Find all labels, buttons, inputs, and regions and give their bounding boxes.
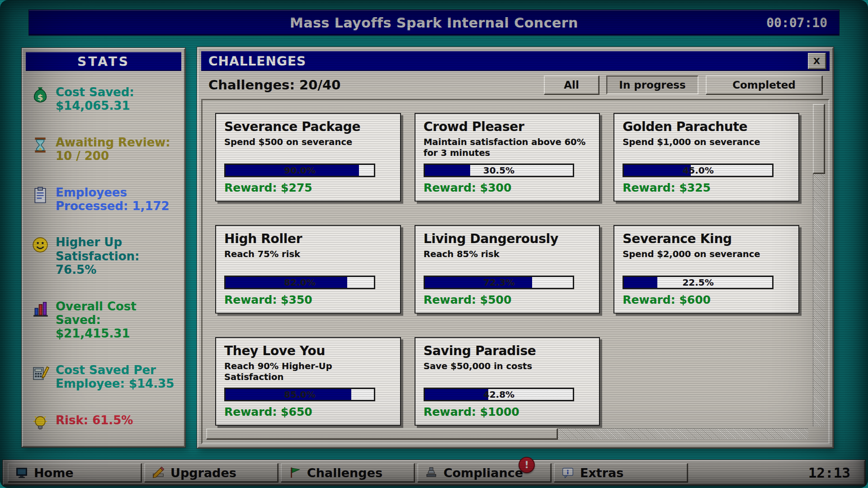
challenge-title: Golden Parachute xyxy=(623,119,790,134)
challenge-progress-label: 72.3% xyxy=(425,277,573,288)
horizontal-scrollbar[interactable] xyxy=(206,428,808,439)
bar-chart-icon xyxy=(31,300,50,318)
stat-cost-saved-per-employee: Cost Saved Per Employee: $14.35 xyxy=(31,363,177,391)
challenge-card: Severance Package Spend $500 on severanc… xyxy=(215,113,401,202)
challenge-reward: Reward: $650 xyxy=(224,405,392,418)
clipboard-icon xyxy=(31,186,50,204)
smiley-icon xyxy=(31,236,50,254)
game-screen: Mass Layoffs Spark Internal Concern 00:0… xyxy=(0,0,868,488)
challenges-titlebar[interactable]: CHALLENGES X xyxy=(201,51,830,71)
challenge-progress-label: 90.0% xyxy=(226,165,374,176)
stat-text: Awaiting Review: 10 / 200 xyxy=(56,136,177,163)
challenge-progress-label: 82.0% xyxy=(226,277,374,288)
vertical-scrollbar[interactable] xyxy=(813,104,825,427)
stat-text: Cost Saved Per Employee: $14.35 xyxy=(56,363,177,391)
money-bag-icon: $ xyxy=(31,86,50,104)
home-icon xyxy=(15,466,28,479)
stat-text: Overall Cost Saved: $21,415.31 xyxy=(56,300,177,341)
stat-text: Risk: 61.5% xyxy=(56,413,133,427)
challenge-description: Spend $500 on severance xyxy=(224,137,392,164)
challenges-content: Severance Package Spend $500 on severanc… xyxy=(201,99,830,444)
challenges-counter: Challenges: 20/40 xyxy=(208,77,340,93)
challenge-progress-bar: 30.5% xyxy=(424,164,575,177)
challenge-title: Crowd Pleaser xyxy=(424,119,591,134)
stat-text: Employees Processed: 1,172 xyxy=(56,186,177,213)
challenge-progress-bar: 42.8% xyxy=(424,388,575,401)
challenges-header: Challenges: 20/40 All In progress Comple… xyxy=(201,71,830,99)
challenge-description: Spend $1,000 on severance xyxy=(623,137,790,164)
stat-higher-up-satisfaction: Higher Up Satisfaction: 76.5% xyxy=(31,235,177,277)
challenge-title: Saving Paradise xyxy=(424,343,591,358)
taskbar-clock: 12:13 xyxy=(808,465,860,481)
challenge-progress-bar: 90.0% xyxy=(224,164,375,177)
challenges-icon xyxy=(288,466,302,479)
challenges-window-title: CHALLENGES xyxy=(208,54,306,69)
challenge-progress-label: 30.5% xyxy=(425,165,573,176)
challenge-progress-label: 42.8% xyxy=(425,389,573,400)
taskbar-button-label: Home xyxy=(34,466,74,480)
taskbar-button-compliance[interactable]: Compliance ! xyxy=(417,463,551,482)
challenge-title: High Roller xyxy=(224,231,392,246)
challenge-reward: Reward: $600 xyxy=(623,293,790,306)
svg-text:$: $ xyxy=(38,93,43,102)
compliance-icon xyxy=(425,466,438,479)
vertical-scrollbar-thumb[interactable] xyxy=(813,104,825,174)
challenge-reward: Reward: $300 xyxy=(424,181,591,194)
challenge-description: Reach 85% risk xyxy=(424,249,591,276)
taskbar-button-upgrades[interactable]: Upgrades xyxy=(144,463,278,482)
calculator-icon xyxy=(31,364,50,382)
stats-panel: STATS $ Cost Saved: $14,065.31 Awaiting … xyxy=(22,48,185,447)
challenge-reward: Reward: $1000 xyxy=(424,405,591,418)
challenge-progress-bar: 22.5% xyxy=(623,276,774,289)
news-headline-bar: Mass Layoffs Spark Internal Concern 00:0… xyxy=(29,10,839,35)
taskbar-button-challenges[interactable]: Challenges xyxy=(281,463,415,482)
challenge-title: Severance Package xyxy=(224,119,392,134)
challenge-progress-bar: 72.3% xyxy=(424,276,575,289)
challenge-progress-label: 85.0% xyxy=(226,389,374,400)
stat-awaiting-review: Awaiting Review: 10 / 200 xyxy=(31,136,177,163)
extras-icon xyxy=(561,466,575,479)
challenge-title: Severance King xyxy=(623,231,790,246)
close-button[interactable]: X xyxy=(808,53,826,69)
warning-bulb-icon xyxy=(31,414,50,432)
challenge-progress-bar: 45.0% xyxy=(623,164,774,177)
challenge-title: Living Dangerously xyxy=(424,231,591,246)
challenge-card: Crowd Pleaser Maintain satisfaction abov… xyxy=(415,113,600,202)
upgrades-icon xyxy=(151,466,165,479)
stats-list: $ Cost Saved: $14,065.31 Awaiting Review… xyxy=(26,71,181,436)
challenge-progress-label: 45.0% xyxy=(624,165,772,176)
challenge-progress-label: 22.5% xyxy=(624,277,772,288)
horizontal-scrollbar-thumb[interactable] xyxy=(206,428,557,439)
challenge-card: They Love You Reach 90% Higher-Up Satisf… xyxy=(215,337,401,426)
challenge-description: Reach 75% risk xyxy=(224,249,392,276)
challenge-card: Saving Paradise Save $50,000 in costs 42… xyxy=(415,337,600,426)
challenge-title: They Love You xyxy=(224,343,392,358)
stat-overall-cost-saved: Overall Cost Saved: $21,415.31 xyxy=(31,300,177,341)
challenge-card: Golden Parachute Spend $1,000 on severan… xyxy=(613,113,799,202)
filter-all-button[interactable]: All xyxy=(544,75,599,94)
challenge-description: Reach 90% Higher-Up Satisfaction xyxy=(224,361,392,388)
challenge-reward: Reward: $325 xyxy=(623,181,790,194)
challenge-reward: Reward: $275 xyxy=(224,181,392,194)
challenge-description: Spend $2,000 on severance xyxy=(623,249,790,276)
taskbar-button-home[interactable]: Home xyxy=(8,463,142,482)
challenge-description: Maintain satisfaction above 60% for 3 mi… xyxy=(424,137,591,164)
challenges-window: CHALLENGES X Challenges: 20/40 All In pr… xyxy=(197,47,834,448)
taskbar-button-extras[interactable]: Extras xyxy=(554,463,688,482)
taskbar-button-label: Compliance xyxy=(443,466,523,480)
taskbar-button-label: Extras xyxy=(580,466,623,480)
challenge-card: High Roller Reach 75% risk 82.0% Reward:… xyxy=(215,225,401,314)
stat-employees-processed: Employees Processed: 1,172 xyxy=(31,186,177,213)
filter-completed-button[interactable]: Completed xyxy=(706,75,822,94)
challenge-filters: All In progress Completed xyxy=(544,75,822,94)
challenge-card: Living Dangerously Reach 85% risk 72.3% … xyxy=(415,225,600,314)
stat-text: Cost Saved: $14,065.31 xyxy=(56,85,177,113)
stat-risk: Risk: 61.5% xyxy=(31,413,177,432)
filter-in-progress-button[interactable]: In progress xyxy=(606,75,698,94)
hourglass-icon xyxy=(31,136,50,154)
challenge-card: Severance King Spend $2,000 on severance… xyxy=(613,225,799,314)
stat-cost-saved: $ Cost Saved: $14,065.31 xyxy=(31,85,177,113)
game-timer: 00:07:10 xyxy=(766,10,827,35)
stat-text: Higher Up Satisfaction: 76.5% xyxy=(56,235,177,277)
taskbar-button-label: Upgrades xyxy=(170,466,236,480)
